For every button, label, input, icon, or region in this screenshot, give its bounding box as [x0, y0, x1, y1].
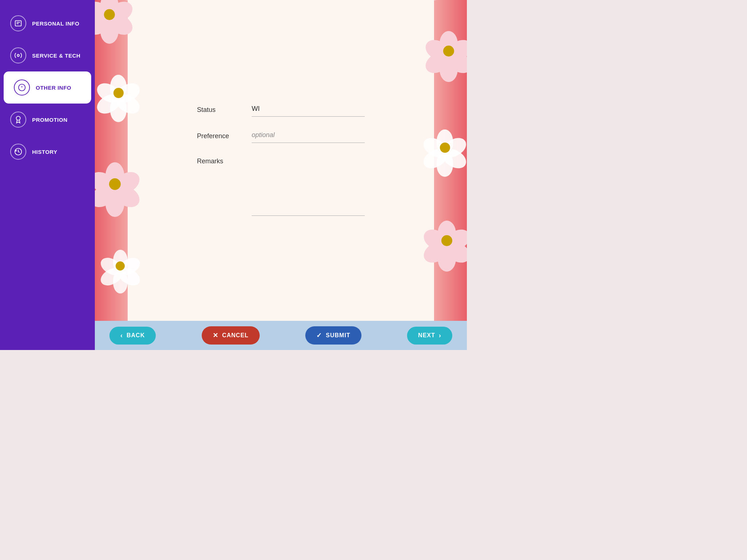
preference-field: Preference optional: [197, 131, 365, 143]
sidebar-other-info-label: OTHER INFO: [36, 85, 71, 91]
sidebar: PERSONAL INFO SERVICE & TECH OTHER INFO: [0, 0, 95, 350]
preference-label: Preference: [197, 132, 241, 143]
remarks-input-wrap[interactable]: [252, 158, 365, 216]
cancel-label: CANCEL: [222, 332, 249, 339]
next-button[interactable]: NEXT ›: [407, 327, 452, 345]
submit-button[interactable]: ✓ SUBMIT: [305, 326, 361, 345]
sidebar-personal-info-label: PERSONAL INFO: [32, 20, 80, 27]
status-value: WI: [252, 105, 260, 112]
sidebar-item-promotion[interactable]: PROMOTION: [0, 104, 95, 136]
history-icon: [10, 144, 26, 160]
content-area: Status WI Preference optional: [95, 0, 467, 350]
next-label: NEXT: [418, 332, 435, 339]
sidebar-service-tech-label: SERVICE & TECH: [32, 52, 81, 59]
remarks-label: Remarks: [197, 158, 241, 168]
sidebar-history-label: HISTORY: [32, 149, 57, 155]
submit-label: SUBMIT: [326, 332, 350, 339]
sidebar-item-personal-info[interactable]: PERSONAL INFO: [0, 7, 95, 39]
sidebar-item-service-tech[interactable]: SERVICE & TECH: [0, 39, 95, 71]
sidebar-promotion-label: PROMOTION: [32, 117, 67, 123]
submit-icon: ✓: [316, 331, 322, 339]
form-fields: Status WI Preference optional: [168, 83, 394, 238]
other-info-icon: [14, 79, 30, 96]
sidebar-item-history[interactable]: HISTORY: [0, 136, 95, 168]
svg-point-8: [16, 116, 20, 120]
back-icon: ‹: [120, 332, 123, 339]
form-container: Status WI Preference optional: [95, 0, 467, 321]
sidebar-item-other-info[interactable]: OTHER INFO: [4, 71, 91, 104]
remarks-field: Remarks: [197, 158, 365, 216]
back-button[interactable]: ‹ BACK: [109, 327, 156, 345]
next-icon: ›: [439, 332, 441, 339]
cancel-icon: ✕: [213, 331, 218, 339]
cancel-button[interactable]: ✕ CANCEL: [202, 326, 260, 345]
personal-info-icon: [10, 15, 26, 31]
svg-point-4: [17, 54, 19, 57]
preference-input-wrap[interactable]: optional: [252, 131, 365, 143]
back-label: BACK: [127, 332, 145, 339]
bottom-toolbar: ‹ BACK ✕ CANCEL ✓ SUBMIT NEXT ›: [95, 321, 467, 350]
status-label: Status: [197, 106, 241, 117]
status-input-wrap[interactable]: WI: [252, 105, 365, 117]
promotion-icon: [10, 112, 26, 128]
service-tech-icon: [10, 47, 26, 63]
preference-value: optional: [252, 131, 275, 139]
status-field: Status WI: [197, 105, 365, 117]
